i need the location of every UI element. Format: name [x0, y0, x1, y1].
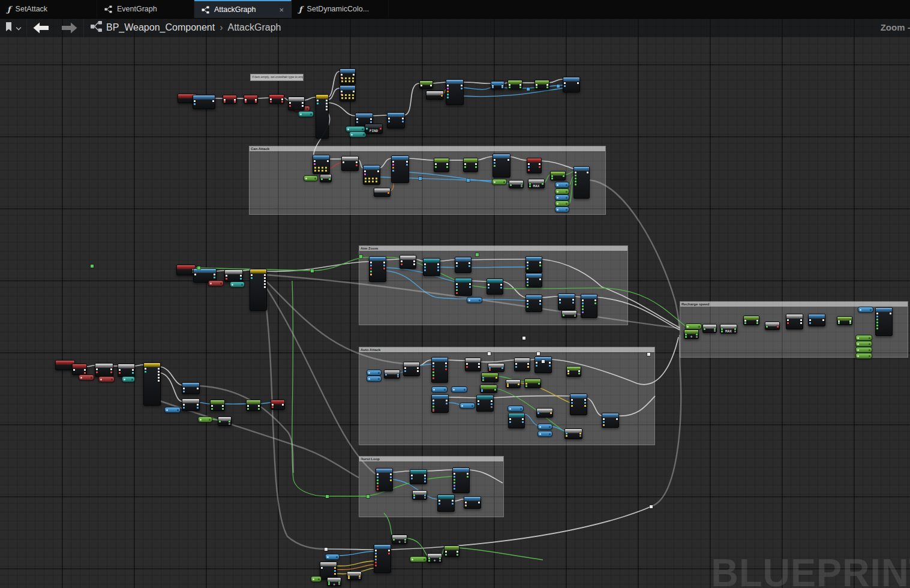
blueprint-node[interactable]: MAX — [528, 179, 545, 188]
blueprint-node[interactable] — [465, 358, 481, 371]
blueprint-node[interactable] — [558, 293, 575, 310]
blueprint-node[interactable]: FIND — [365, 124, 383, 134]
output-pin[interactable] — [500, 284, 502, 286]
blueprint-node[interactable] — [525, 273, 542, 287]
output-pin[interactable] — [572, 299, 574, 301]
input-pin[interactable] — [766, 326, 768, 328]
input-pin[interactable] — [582, 299, 584, 301]
input-pin[interactable] — [145, 368, 146, 370]
input-pin[interactable] — [272, 406, 274, 408]
input-pin[interactable] — [194, 100, 196, 102]
blueprint-node[interactable] — [182, 382, 200, 394]
input-pin[interactable] — [247, 405, 249, 407]
input-pin[interactable] — [575, 178, 576, 179]
blueprint-node[interactable] — [434, 158, 449, 172]
input-pin[interactable] — [377, 476, 379, 478]
variable-pill[interactable] — [555, 182, 569, 188]
output-pin[interactable] — [388, 550, 390, 551]
input-pin[interactable] — [559, 302, 561, 304]
input-pin[interactable] — [96, 371, 98, 373]
output-pin[interactable] — [445, 362, 447, 364]
input-pin[interactable] — [482, 379, 484, 381]
output-pin[interactable] — [446, 163, 448, 165]
blueprint-node[interactable]: + — [392, 535, 407, 544]
input-pin[interactable] — [270, 101, 272, 103]
variable-pill[interactable] — [492, 179, 507, 185]
input-pin[interactable] — [377, 482, 379, 484]
output-pin[interactable] — [326, 100, 328, 101]
blueprint-node[interactable] — [410, 469, 427, 484]
blueprint-node[interactable] — [412, 490, 427, 500]
input-pin[interactable] — [433, 400, 434, 401]
input-pin[interactable] — [377, 479, 379, 481]
blueprint-node[interactable] — [480, 385, 497, 393]
input-pin[interactable] — [411, 478, 413, 479]
output-pin[interactable] — [467, 476, 468, 478]
output-pin[interactable] — [334, 573, 336, 575]
variable-pill[interactable] — [855, 335, 872, 341]
output-pin[interactable] — [527, 366, 529, 368]
output-pin[interactable] — [579, 433, 581, 434]
output-pin[interactable] — [390, 473, 392, 475]
input-pin[interactable] — [183, 407, 185, 409]
input-pin[interactable] — [433, 403, 434, 404]
variable-pill[interactable] — [555, 200, 569, 206]
input-pin[interactable] — [370, 262, 372, 263]
blueprint-node[interactable] — [488, 363, 504, 372]
blueprint-node[interactable] — [463, 158, 478, 172]
output-pin[interactable] — [539, 262, 541, 263]
input-pin[interactable] — [435, 163, 437, 165]
variable-pill[interactable] — [304, 175, 318, 181]
output-pin[interactable] — [584, 405, 586, 407]
output-pin[interactable] — [519, 84, 521, 86]
input-pin[interactable] — [447, 91, 449, 92]
input-pin[interactable] — [219, 421, 221, 422]
input-pin[interactable] — [370, 265, 372, 266]
input-pin[interactable] — [744, 320, 746, 322]
output-pin[interactable] — [229, 421, 230, 422]
output-pin[interactable] — [539, 166, 540, 168]
output-pin[interactable] — [546, 84, 548, 86]
blueprint-node[interactable] — [246, 400, 261, 411]
input-pin[interactable] — [456, 262, 458, 264]
tab-eventgraph[interactable]: EventGraph — [97, 0, 194, 18]
input-pin[interactable] — [245, 101, 247, 103]
output-pin[interactable] — [539, 278, 541, 280]
input-pin[interactable] — [456, 283, 458, 285]
input-pin[interactable] — [370, 274, 372, 275]
variable-pill[interactable] — [198, 416, 212, 422]
blueprint-node[interactable] — [72, 364, 87, 375]
output-pin[interactable] — [424, 475, 426, 476]
output-pin[interactable] — [110, 371, 112, 373]
blueprint-node[interactable] — [369, 256, 386, 282]
variable-pill[interactable] — [858, 307, 873, 313]
input-pin[interactable] — [375, 565, 377, 566]
input-pin[interactable] — [465, 505, 467, 506]
input-pin[interactable] — [466, 366, 468, 368]
output-pin[interactable] — [584, 399, 586, 401]
output-pin[interactable] — [264, 274, 266, 276]
blueprint-node[interactable] — [561, 310, 577, 318]
blueprint-node[interactable] — [481, 373, 498, 382]
input-pin[interactable] — [536, 362, 537, 364]
output-pin[interactable] — [158, 371, 160, 373]
blueprint-node[interactable] — [340, 85, 356, 101]
input-pin[interactable] — [494, 159, 495, 161]
input-pin[interactable] — [251, 277, 253, 279]
output-pin[interactable] — [302, 105, 304, 107]
output-pin[interactable] — [756, 322, 758, 324]
output-pin[interactable] — [822, 319, 824, 321]
output-pin[interactable] — [538, 383, 540, 385]
output-pin[interactable] — [478, 363, 480, 365]
input-pin[interactable] — [433, 374, 434, 376]
output-pin[interactable] — [574, 315, 576, 317]
variable-pill[interactable] — [367, 376, 382, 382]
input-pin[interactable] — [536, 84, 537, 86]
output-pin[interactable] — [577, 82, 579, 84]
output-pin[interactable] — [518, 383, 519, 385]
input-pin[interactable] — [433, 406, 434, 407]
input-pin[interactable] — [356, 121, 358, 123]
input-pin[interactable] — [421, 85, 422, 86]
input-pin[interactable] — [582, 305, 584, 307]
input-pin[interactable] — [507, 385, 509, 387]
